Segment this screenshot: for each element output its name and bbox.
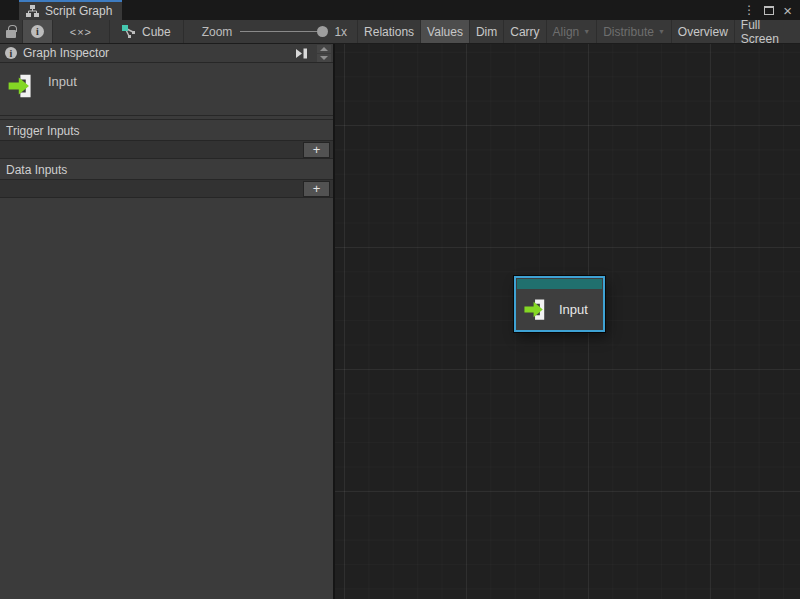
window-menu-icon[interactable]: ⋮: [743, 4, 755, 16]
zoom-slider-handle[interactable]: [317, 26, 328, 37]
graph-node-icon: [122, 25, 135, 38]
lock-icon: [6, 30, 16, 38]
panel-stepper: [317, 45, 331, 62]
input-node[interactable]: Input: [514, 276, 605, 332]
zoom-control: Zoom 1x: [184, 20, 357, 43]
distribute-label: Distribute: [603, 25, 654, 39]
graph-canvas[interactable]: Input: [335, 44, 800, 599]
input-unit-icon: [7, 71, 37, 101]
zoom-value: 1x: [334, 25, 347, 39]
input-unit-icon: [523, 296, 550, 323]
toolbar-button-overview[interactable]: Overview: [671, 20, 734, 43]
tab-label: Script Graph: [45, 4, 112, 18]
info-icon: i: [5, 47, 17, 59]
section-data-inputs-label: Data Inputs: [0, 159, 333, 179]
graph-toolbar: i <×> Cube Zoom 1x Relations: [0, 20, 800, 44]
graph-inspector-header: i Graph Inspector: [0, 44, 333, 63]
node-preview-title: Input: [48, 74, 77, 89]
chevron-down-icon: ▼: [583, 28, 590, 35]
zoom-label: Zoom: [202, 25, 233, 39]
toolbar-toggle-group: Relations Values Dim Carry Align ▼ Distr…: [357, 20, 800, 43]
tab-script-graph[interactable]: Script Graph: [19, 0, 122, 20]
toolbar-button-align[interactable]: Align ▼: [546, 20, 597, 43]
code-preview-button[interactable]: <×>: [53, 20, 110, 43]
inspector-empty-area: [0, 198, 333, 599]
zoom-slider[interactable]: [240, 31, 326, 32]
toolbar-button-relations[interactable]: Relations: [357, 20, 420, 43]
input-node-title: Input: [559, 302, 588, 317]
trigger-inputs-list: +: [0, 140, 333, 159]
stepper-up-button[interactable]: [317, 45, 331, 53]
dock-panel-icon[interactable]: [292, 46, 311, 61]
tab-bar: Script Graph ⋮ ×: [0, 0, 800, 20]
toolbar-button-dim[interactable]: Dim: [469, 20, 503, 43]
arrow-down-icon: [320, 56, 328, 60]
toolbar-button-values[interactable]: Values: [420, 20, 469, 43]
align-label: Align: [553, 25, 580, 39]
info-icon: i: [31, 25, 44, 38]
graph-inspector-title: Graph Inspector: [23, 46, 109, 60]
graph-breadcrumb-button[interactable]: Cube: [110, 20, 184, 43]
section-trigger-inputs-label: Trigger Inputs: [0, 120, 333, 140]
chevron-down-icon: ▼: [658, 28, 665, 35]
maximize-icon[interactable]: [764, 6, 774, 15]
toolbar-button-fullscreen[interactable]: Full Screen: [734, 20, 800, 43]
node-preview: Input: [0, 63, 333, 116]
graph-name-label: Cube: [142, 25, 171, 39]
add-trigger-input-button[interactable]: +: [303, 142, 330, 158]
main-area: i Graph Inspector: [0, 44, 800, 599]
stepper-down-button[interactable]: [317, 54, 331, 62]
input-node-body: Input: [516, 289, 603, 323]
script-graph-icon: [26, 5, 39, 18]
add-data-input-button[interactable]: +: [303, 181, 330, 197]
inspector-toggle-button[interactable]: i: [23, 20, 53, 43]
code-icon: <×>: [70, 26, 92, 38]
lock-button[interactable]: [0, 20, 23, 43]
script-graph-window: Script Graph ⋮ × i <×>: [0, 0, 800, 599]
arrow-up-icon: [320, 47, 328, 51]
data-inputs-list: +: [0, 179, 333, 198]
graph-inspector-panel: i Graph Inspector: [0, 44, 335, 599]
toolbar-button-carry[interactable]: Carry: [503, 20, 545, 43]
close-icon[interactable]: ×: [783, 3, 792, 18]
toolbar-button-distribute[interactable]: Distribute ▼: [596, 20, 671, 43]
input-node-header[interactable]: [517, 279, 602, 289]
